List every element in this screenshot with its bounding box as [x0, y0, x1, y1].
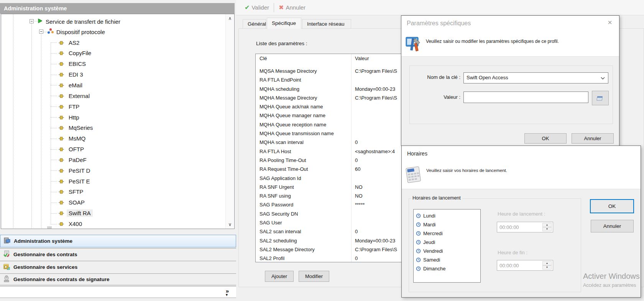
spin-down-icon[interactable]: ▼: [542, 265, 552, 270]
day-item-jeudi[interactable]: Jeudi: [416, 238, 435, 246]
tree-guide: [51, 43, 51, 224]
nav-item-gestionnaire-contrats-signature[interactable]: Gestionnaire des contrats de signature: [0, 273, 236, 285]
tree-item-padef[interactable]: PaDeF: [59, 154, 89, 165]
modifier-button[interactable]: Modifier: [299, 271, 329, 282]
tree-item-sftp[interactable]: SFTP: [59, 186, 85, 197]
day-item-vendredi[interactable]: Vendredi: [416, 247, 443, 255]
horaires-cancel-button[interactable]: Annuler: [591, 220, 634, 232]
play-icon: [37, 18, 43, 25]
nav-item-administration-systeme[interactable]: Administration système: [0, 235, 236, 247]
device-icon: [59, 188, 64, 195]
device-icon: [59, 93, 64, 99]
tree-guide: [13, 14, 13, 229]
nav-overflow-row[interactable]: » ▼: [0, 286, 236, 298]
tree-guide: [41, 33, 41, 229]
collapse-toggle[interactable]: [30, 19, 34, 23]
ajouter-button[interactable]: Ajouter: [265, 271, 294, 282]
tab-specifique[interactable]: Spécifique: [267, 18, 301, 29]
scroll-down-icon[interactable]: ∨: [226, 222, 234, 227]
day-item-lundi[interactable]: Lundi: [416, 211, 435, 220]
tree-item-pesit-d[interactable]: PeSIT D: [59, 165, 92, 176]
tree-item-copyfile[interactable]: CopyFile: [59, 48, 93, 59]
clock-icon: [416, 257, 421, 262]
tree-scrollbar[interactable]: ∧ ∨: [225, 14, 234, 229]
tab-general[interactable]: Général: [243, 19, 266, 29]
horaires-ok-button[interactable]: OK: [590, 199, 634, 213]
device-icon: [59, 71, 64, 78]
note-icon: [596, 95, 604, 101]
nav-item-gestionnaire-contrats[interactable]: Gestionnaire des contrats: [0, 248, 236, 260]
services-icon: [3, 263, 10, 272]
overflow-dropdown-icon[interactable]: ▼: [225, 293, 228, 297]
spin-up-icon[interactable]: ▲: [542, 261, 552, 265]
tree-item-soap[interactable]: SOAP: [59, 197, 87, 208]
device-icon: [59, 114, 64, 121]
collapse-toggle[interactable]: [39, 29, 43, 34]
combobox-value: Swift Open Access: [467, 75, 508, 80]
device-icon: [59, 39, 64, 46]
reset-value-button[interactable]: [592, 91, 609, 105]
dialog-header: [402, 146, 641, 189]
tree-item-edi3[interactable]: EDI 3: [59, 69, 85, 80]
device-icon: [59, 50, 64, 56]
tree-item-email[interactable]: eMail: [59, 80, 84, 90]
value-input[interactable]: [463, 92, 588, 103]
device-icon: [59, 221, 64, 227]
spin-up-icon[interactable]: ▲: [542, 223, 552, 227]
tree-item-http[interactable]: Http: [59, 112, 81, 123]
horaires-group-label: Horaires de lancement: [411, 195, 462, 201]
horaires-dialog: Horaires Veuillez saisir vos horaires de…: [401, 146, 641, 298]
tab-interface-reseau[interactable]: Interface réseau: [302, 19, 351, 29]
parametres-specifiques-dialog: Paramètres spécifiques ✕ Veuillez saisir…: [401, 15, 619, 146]
clock-icon: [416, 213, 421, 218]
param-cancel-button[interactable]: Annuler: [572, 133, 614, 144]
days-listbox[interactable]: Lundi Mardi Mercredi Jeudi Vendredi Same…: [413, 209, 481, 283]
tree-item-x400[interactable]: X400: [59, 219, 84, 229]
device-icon: [59, 82, 64, 88]
day-item-mardi[interactable]: Mardi: [416, 220, 436, 229]
tree-item-dispositif-protocole[interactable]: Dispositif protocole: [47, 26, 105, 37]
spin-down-icon[interactable]: ▼: [542, 227, 552, 231]
clock-icon: [416, 266, 421, 271]
scroll-up-icon[interactable]: ∧: [226, 16, 234, 21]
calendar-icon: [404, 164, 423, 186]
device-icon: [59, 124, 64, 131]
validate-button[interactable]: Valider: [251, 4, 269, 11]
tree-item-oftp[interactable]: OFTP: [59, 144, 86, 155]
tree-item-pesit-e[interactable]: PeSIT E: [59, 176, 92, 186]
main-toolbar: ✔ Valider ✖ Annuler: [236, 0, 644, 15]
computer-icon: [3, 237, 11, 245]
clock-icon: [416, 240, 421, 245]
column-header-cle[interactable]: Clé: [260, 56, 267, 61]
tree-item-ftp[interactable]: FTP: [59, 101, 81, 112]
day-item-samedi[interactable]: Samedi: [416, 255, 440, 264]
tree-item-as2[interactable]: AS2: [59, 37, 81, 48]
key-name-combobox[interactable]: Swift Open Access: [463, 72, 608, 83]
nav-item-gestionnaire-services[interactable]: Gestionnaire des services: [0, 261, 236, 273]
start-time-spinner[interactable]: 00:00:00 ▲ ▼: [497, 222, 553, 232]
day-item-mercredi[interactable]: Mercredi: [416, 229, 443, 237]
tree-item-mqseries[interactable]: MqSeries: [59, 123, 95, 133]
day-item-dimanche[interactable]: Dimanche: [416, 264, 446, 273]
column-header-valeur[interactable]: Valeur: [355, 56, 369, 61]
clock-icon: [416, 231, 421, 236]
end-time-spinner[interactable]: 00:00:00 ▲ ▼: [497, 260, 553, 271]
nav-item-label: Administration système: [14, 238, 72, 244]
close-icon[interactable]: ✕: [606, 18, 614, 27]
tree-item-external[interactable]: External: [59, 90, 92, 101]
device-icon: [59, 135, 64, 142]
dialog-title: Horaires: [407, 150, 427, 157]
tree-item-msmq[interactable]: MsMQ: [59, 133, 87, 144]
nav-item-label: Gestionnaire des contrats: [13, 252, 77, 257]
tree-item-label: Service de transfert de fichier: [46, 18, 120, 25]
tree-item-ebics[interactable]: EBICS: [59, 59, 88, 69]
tree-item-swift-ra[interactable]: Swift RA: [59, 208, 93, 219]
param-ok-button[interactable]: OK: [524, 133, 567, 144]
tree-item-service-transfert[interactable]: Service de transfert de fichier: [37, 16, 120, 27]
cancel-x-icon: ✖: [279, 4, 284, 11]
cancel-button[interactable]: Annuler: [286, 4, 306, 11]
start-time-label: Heure de lancement :: [498, 211, 545, 217]
dialog-title: Paramètres spécifiques: [407, 20, 471, 27]
tools-screen-icon: [405, 35, 421, 54]
partial-tree-item: [47, 226, 52, 229]
